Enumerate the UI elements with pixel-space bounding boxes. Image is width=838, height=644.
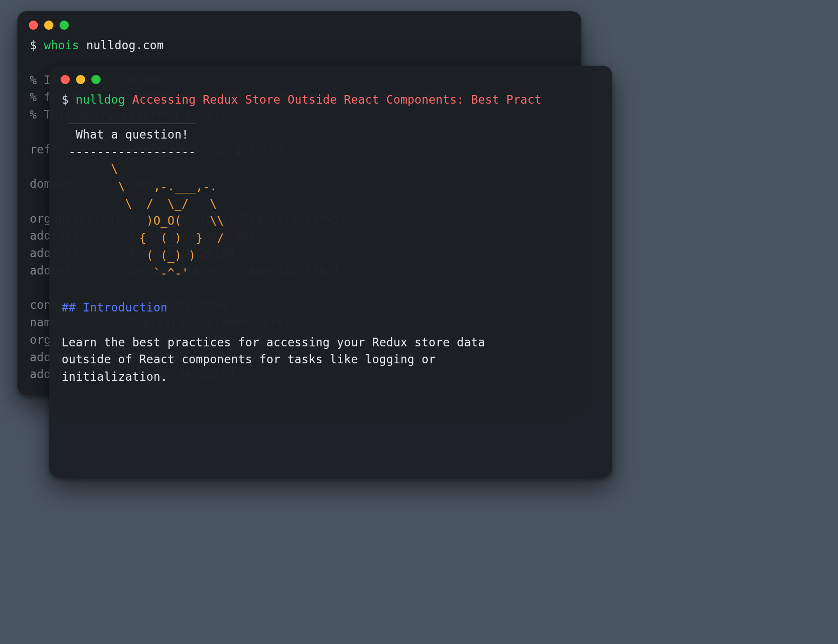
speech-bubble-border: __________________ <box>62 110 196 124</box>
minimize-icon[interactable] <box>44 21 53 30</box>
terminal-body-front: $ nulldog Accessing Redux Store Outside … <box>49 88 612 398</box>
close-icon[interactable] <box>29 21 38 30</box>
dog-ascii-icon: \ <box>62 162 118 175</box>
dog-ascii-icon: { (_) } / <box>62 231 224 245</box>
command-name: nulldog <box>76 93 132 106</box>
speech-bubble-text: What a question! <box>62 128 188 141</box>
section-heading: ## Introduction <box>62 301 167 314</box>
dog-ascii-icon: \ / \_/ \ <box>62 197 217 210</box>
prompt-symbol: $ <box>62 93 76 106</box>
terminal-window-front: $ nulldog Accessing Redux Store Outside … <box>49 66 612 477</box>
dog-ascii-icon: `-^-' <box>62 266 188 280</box>
dog-ascii-icon: ( (_) ) <box>62 249 196 262</box>
titlebar-front <box>49 66 612 88</box>
close-icon[interactable] <box>61 75 70 84</box>
command-arg: nulldog.com <box>86 38 164 52</box>
command-name: whois <box>44 38 86 52</box>
dog-ascii-icon: )O_O( \\ <box>62 214 224 227</box>
zoom-icon[interactable] <box>91 75 101 84</box>
dog-ascii-icon: \ ,-.___,-. <box>62 180 217 193</box>
zoom-icon[interactable] <box>60 21 69 30</box>
speech-bubble-border: ------------------ <box>62 145 196 158</box>
minimize-icon[interactable] <box>76 75 85 84</box>
prompt-symbol: $ <box>30 38 44 52</box>
paragraph-text: Learn the best practices for accessing y… <box>62 336 485 384</box>
titlebar-back <box>17 11 581 34</box>
article-title: Accessing Redux Store Outside React Comp… <box>132 93 541 106</box>
